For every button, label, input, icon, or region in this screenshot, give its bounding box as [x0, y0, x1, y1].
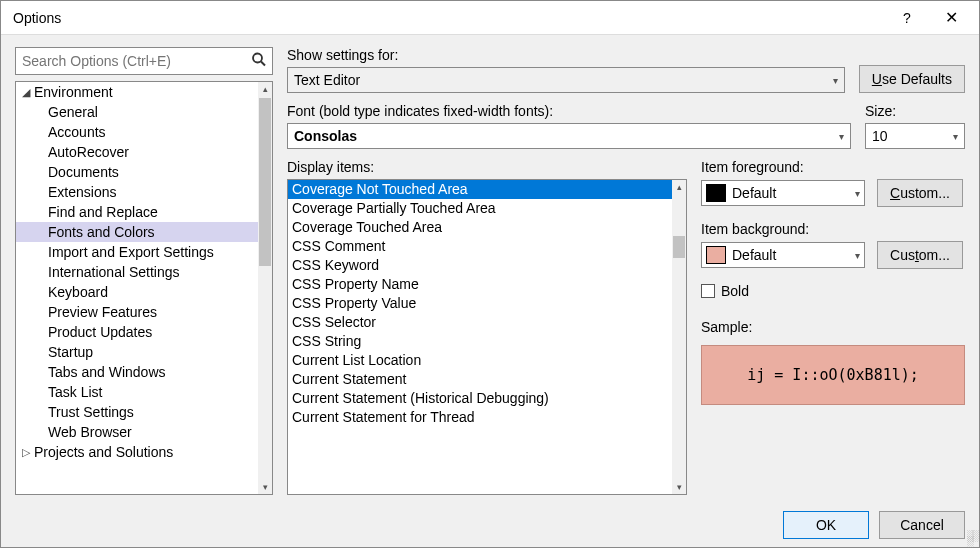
label-show-settings: Show settings for:: [287, 47, 845, 63]
close-button[interactable]: ✕: [929, 2, 973, 34]
list-item[interactable]: CSS Property Name: [288, 275, 672, 294]
dropdown-background[interactable]: Default ▾: [701, 242, 865, 268]
list-scrollbar[interactable]: ▴ ▾: [672, 180, 686, 494]
dropdown-size[interactable]: 10 ▾: [865, 123, 965, 149]
list-item[interactable]: Coverage Partially Touched Area: [288, 199, 672, 218]
tree-item[interactable]: Import and Export Settings: [16, 242, 258, 262]
tree-item-label: Keyboard: [48, 282, 108, 302]
tree-item-label: Environment: [34, 82, 113, 102]
tree-item-label: Fonts and Colors: [48, 222, 155, 242]
display-items-column: Display items: Coverage Not Touched Area…: [287, 159, 687, 495]
tree-item-label: Import and Export Settings: [48, 242, 214, 262]
cancel-button[interactable]: Cancel: [879, 511, 965, 539]
label-background: Item background:: [701, 221, 965, 237]
options-dialog: Options ? ✕ ◢EnvironmentGeneralAccountsA…: [0, 0, 980, 548]
tree-item-label: Trust Settings: [48, 402, 134, 422]
dropdown-foreground[interactable]: Default ▾: [701, 180, 865, 206]
tree-item[interactable]: Trust Settings: [16, 402, 258, 422]
list-item[interactable]: CSS String: [288, 332, 672, 351]
caret-down-icon[interactable]: ◢: [20, 82, 32, 102]
list-item[interactable]: CSS Property Value: [288, 294, 672, 313]
list-item[interactable]: Current List Location: [288, 351, 672, 370]
tree-item[interactable]: Startup: [16, 342, 258, 362]
tree-item-label: Projects and Solutions: [34, 442, 173, 462]
help-button[interactable]: ?: [885, 2, 929, 34]
resize-grip-icon[interactable]: ░░░: [967, 533, 977, 545]
tree-item[interactable]: Task List: [16, 382, 258, 402]
sample-preview: ij = I::oO(0xB81l);: [701, 345, 965, 405]
tree-item-label: Tabs and Windows: [48, 362, 166, 382]
tree-item[interactable]: Keyboard: [16, 282, 258, 302]
tree-item[interactable]: Product Updates: [16, 322, 258, 342]
titlebar: Options ? ✕: [1, 1, 979, 35]
tree-item-label: Accounts: [48, 122, 106, 142]
row-font-size: Font (bold type indicates fixed-width fo…: [287, 103, 965, 149]
tree-item[interactable]: International Settings: [16, 262, 258, 282]
bold-checkbox[interactable]: Bold: [701, 283, 965, 299]
list-item[interactable]: Coverage Touched Area: [288, 218, 672, 237]
dropdown-show-settings[interactable]: Text Editor ▾: [287, 67, 845, 93]
label-size: Size:: [865, 103, 965, 119]
dropdown-size-value: 10: [872, 128, 949, 144]
display-items-list[interactable]: Coverage Not Touched AreaCoverage Partia…: [287, 179, 687, 495]
dropdown-show-settings-value: Text Editor: [294, 72, 829, 88]
tree-item-label: AutoRecover: [48, 142, 129, 162]
scroll-down-icon[interactable]: ▾: [258, 480, 272, 494]
caret-right-icon[interactable]: ▷: [20, 442, 32, 462]
tree-item-label: Extensions: [48, 182, 116, 202]
list-item[interactable]: Current Statement (Historical Debugging): [288, 389, 672, 408]
dropdown-background-value: Default: [732, 247, 849, 263]
tree-item[interactable]: Find and Replace: [16, 202, 258, 222]
tree-item-label: Task List: [48, 382, 102, 402]
tree-item[interactable]: ◢Environment: [16, 82, 258, 102]
list-item[interactable]: CSS Keyword: [288, 256, 672, 275]
list-item[interactable]: CSS Selector: [288, 313, 672, 332]
label-font: Font (bold type indicates fixed-width fo…: [287, 103, 851, 119]
label-display-items: Display items:: [287, 159, 687, 175]
checkbox-box-icon: [701, 284, 715, 298]
label-foreground: Item foreground:: [701, 159, 965, 175]
bold-label: Bold: [721, 283, 749, 299]
scroll-down-icon[interactable]: ▾: [672, 480, 686, 494]
list-item[interactable]: Current Statement for Thread: [288, 408, 672, 427]
scroll-up-icon[interactable]: ▴: [672, 180, 686, 194]
tree-item[interactable]: Fonts and Colors: [16, 222, 258, 242]
sidebar: ◢EnvironmentGeneralAccountsAutoRecoverDo…: [15, 47, 273, 495]
list-item[interactable]: Coverage Not Touched Area: [288, 180, 672, 199]
dropdown-font[interactable]: Consolas ▾: [287, 123, 851, 149]
dropdown-font-value: Consolas: [294, 128, 835, 144]
row-show-settings: Show settings for: Text Editor ▾ Use Def…: [287, 47, 965, 93]
scroll-thumb[interactable]: [259, 98, 271, 266]
scroll-thumb[interactable]: [673, 236, 685, 258]
right-column: Item foreground: Default ▾ Custom... Ite…: [701, 159, 965, 495]
main-panel: Show settings for: Text Editor ▾ Use Def…: [287, 47, 965, 495]
search-wrap: [15, 47, 273, 75]
tree-item[interactable]: Preview Features: [16, 302, 258, 322]
tree-item[interactable]: AutoRecover: [16, 142, 258, 162]
tree-item[interactable]: Web Browser: [16, 422, 258, 442]
scroll-up-icon[interactable]: ▴: [258, 82, 272, 96]
tree-item[interactable]: Extensions: [16, 182, 258, 202]
foreground-custom-button[interactable]: Custom...: [877, 179, 963, 207]
background-swatch: [706, 246, 726, 264]
ok-button[interactable]: OK: [783, 511, 869, 539]
tree-item[interactable]: ▷Projects and Solutions: [16, 442, 258, 462]
chevron-down-icon: ▾: [855, 188, 860, 199]
tree-item[interactable]: Documents: [16, 162, 258, 182]
nav-tree[interactable]: ◢EnvironmentGeneralAccountsAutoRecoverDo…: [15, 81, 273, 495]
dialog-footer: OK Cancel: [1, 503, 979, 547]
window-title: Options: [13, 10, 885, 26]
chevron-down-icon: ▾: [953, 131, 958, 142]
tree-item[interactable]: Accounts: [16, 122, 258, 142]
dropdown-foreground-value: Default: [732, 185, 849, 201]
foreground-swatch: [706, 184, 726, 202]
field-font: Font (bold type indicates fixed-width fo…: [287, 103, 851, 149]
tree-item[interactable]: Tabs and Windows: [16, 362, 258, 382]
list-item[interactable]: Current Statement: [288, 370, 672, 389]
list-item[interactable]: CSS Comment: [288, 237, 672, 256]
tree-item[interactable]: General: [16, 102, 258, 122]
background-custom-button[interactable]: Custom...: [877, 241, 963, 269]
use-defaults-button[interactable]: Use Defaults: [859, 65, 965, 93]
tree-scrollbar[interactable]: ▴ ▾: [258, 82, 272, 494]
search-input[interactable]: [15, 47, 273, 75]
